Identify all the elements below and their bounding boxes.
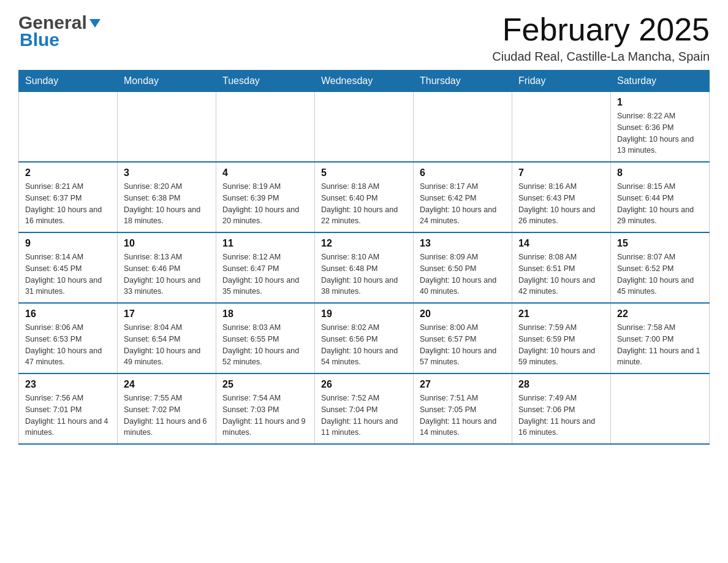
day-info: Sunrise: 8:03 AM Sunset: 6:55 PM Dayligh… [222, 322, 308, 368]
calendar-day-cell: 8Sunrise: 8:15 AM Sunset: 6:44 PM Daylig… [611, 162, 710, 232]
title-section: February 2025 Ciudad Real, Castille-La M… [492, 12, 710, 64]
calendar-table: SundayMondayTuesdayWednesdayThursdayFrid… [18, 70, 710, 445]
day-number: 26 [321, 379, 407, 390]
logo-triangle-icon [88, 17, 102, 30]
day-number: 28 [518, 379, 604, 390]
day-number: 11 [222, 238, 308, 249]
day-info: Sunrise: 8:20 AM Sunset: 6:38 PM Dayligh… [124, 181, 210, 227]
day-info: Sunrise: 7:56 AM Sunset: 7:01 PM Dayligh… [25, 393, 111, 439]
day-number: 5 [321, 167, 407, 178]
logo: General Blue [18, 12, 102, 50]
day-info: Sunrise: 8:10 AM Sunset: 6:48 PM Dayligh… [321, 251, 407, 297]
calendar-body: 1Sunrise: 8:22 AM Sunset: 6:36 PM Daylig… [19, 92, 710, 445]
calendar-header: SundayMondayTuesdayWednesdayThursdayFrid… [19, 71, 710, 92]
day-of-week-header: Wednesday [315, 71, 414, 92]
calendar-day-cell: 7Sunrise: 8:16 AM Sunset: 6:43 PM Daylig… [512, 162, 611, 232]
calendar-day-cell: 23Sunrise: 7:56 AM Sunset: 7:01 PM Dayli… [19, 373, 118, 444]
day-info: Sunrise: 7:49 AM Sunset: 7:06 PM Dayligh… [518, 393, 604, 439]
day-info: Sunrise: 8:22 AM Sunset: 6:36 PM Dayligh… [617, 110, 703, 156]
day-number: 18 [222, 308, 308, 320]
day-info: Sunrise: 8:17 AM Sunset: 6:42 PM Dayligh… [420, 181, 506, 227]
logo-blue-text: Blue [20, 29, 59, 50]
day-number: 3 [124, 167, 210, 178]
calendar-day-cell [216, 92, 315, 163]
day-number: 1 [617, 97, 703, 108]
day-number: 14 [518, 238, 604, 249]
day-info: Sunrise: 8:06 AM Sunset: 6:53 PM Dayligh… [25, 322, 111, 368]
day-number: 15 [617, 238, 703, 249]
day-info: Sunrise: 8:14 AM Sunset: 6:45 PM Dayligh… [25, 251, 111, 297]
calendar-day-cell: 19Sunrise: 8:02 AM Sunset: 6:56 PM Dayli… [315, 303, 414, 373]
calendar-day-cell: 17Sunrise: 8:04 AM Sunset: 6:54 PM Dayli… [118, 303, 216, 373]
day-info: Sunrise: 8:21 AM Sunset: 6:37 PM Dayligh… [25, 181, 111, 227]
day-info: Sunrise: 8:12 AM Sunset: 6:47 PM Dayligh… [222, 251, 308, 297]
calendar-day-cell [512, 92, 611, 163]
day-of-week-header: Sunday [19, 71, 118, 92]
calendar-day-cell [414, 92, 512, 163]
calendar-day-cell [118, 92, 216, 163]
day-number: 16 [25, 308, 111, 320]
calendar-day-cell [315, 92, 414, 163]
day-info: Sunrise: 8:04 AM Sunset: 6:54 PM Dayligh… [124, 322, 210, 368]
day-info: Sunrise: 8:19 AM Sunset: 6:39 PM Dayligh… [222, 181, 308, 227]
calendar-day-cell: 14Sunrise: 8:08 AM Sunset: 6:51 PM Dayli… [512, 232, 611, 303]
day-number: 10 [124, 238, 210, 249]
day-of-week-header: Monday [118, 71, 216, 92]
calendar-week-row: 1Sunrise: 8:22 AM Sunset: 6:36 PM Daylig… [19, 92, 710, 163]
calendar-day-cell: 28Sunrise: 7:49 AM Sunset: 7:06 PM Dayli… [512, 373, 611, 444]
day-info: Sunrise: 7:54 AM Sunset: 7:03 PM Dayligh… [222, 393, 308, 439]
day-number: 27 [420, 379, 506, 390]
calendar-day-cell: 20Sunrise: 8:00 AM Sunset: 6:57 PM Dayli… [414, 303, 512, 373]
day-number: 22 [617, 308, 703, 320]
location-subtitle: Ciudad Real, Castille-La Mancha, Spain [492, 50, 710, 64]
days-of-week-row: SundayMondayTuesdayWednesdayThursdayFrid… [19, 71, 710, 92]
day-number: 20 [420, 308, 506, 320]
calendar-day-cell: 2Sunrise: 8:21 AM Sunset: 6:37 PM Daylig… [19, 162, 118, 232]
calendar-day-cell: 10Sunrise: 8:13 AM Sunset: 6:46 PM Dayli… [118, 232, 216, 303]
calendar-day-cell [19, 92, 118, 163]
calendar-day-cell: 18Sunrise: 8:03 AM Sunset: 6:55 PM Dayli… [216, 303, 315, 373]
month-title: February 2025 [492, 12, 710, 47]
day-info: Sunrise: 7:59 AM Sunset: 6:59 PM Dayligh… [518, 322, 604, 368]
calendar-week-row: 23Sunrise: 7:56 AM Sunset: 7:01 PM Dayli… [19, 373, 710, 444]
day-info: Sunrise: 8:00 AM Sunset: 6:57 PM Dayligh… [420, 322, 506, 368]
day-number: 6 [420, 167, 506, 178]
calendar-day-cell: 3Sunrise: 8:20 AM Sunset: 6:38 PM Daylig… [118, 162, 216, 232]
calendar-day-cell: 1Sunrise: 8:22 AM Sunset: 6:36 PM Daylig… [611, 92, 710, 163]
calendar-day-cell [611, 373, 710, 444]
calendar-day-cell: 21Sunrise: 7:59 AM Sunset: 6:59 PM Dayli… [512, 303, 611, 373]
day-number: 12 [321, 238, 407, 249]
calendar-day-cell: 12Sunrise: 8:10 AM Sunset: 6:48 PM Dayli… [315, 232, 414, 303]
day-of-week-header: Friday [512, 71, 611, 92]
day-info: Sunrise: 8:15 AM Sunset: 6:44 PM Dayligh… [617, 181, 703, 227]
day-info: Sunrise: 7:52 AM Sunset: 7:04 PM Dayligh… [321, 393, 407, 439]
calendar-week-row: 16Sunrise: 8:06 AM Sunset: 6:53 PM Dayli… [19, 303, 710, 373]
calendar-day-cell: 24Sunrise: 7:55 AM Sunset: 7:02 PM Dayli… [118, 373, 216, 444]
day-number: 25 [222, 379, 308, 390]
day-number: 23 [25, 379, 111, 390]
calendar-day-cell: 11Sunrise: 8:12 AM Sunset: 6:47 PM Dayli… [216, 232, 315, 303]
calendar-day-cell: 6Sunrise: 8:17 AM Sunset: 6:42 PM Daylig… [414, 162, 512, 232]
calendar-day-cell: 9Sunrise: 8:14 AM Sunset: 6:45 PM Daylig… [19, 232, 118, 303]
day-of-week-header: Tuesday [216, 71, 315, 92]
svg-marker-0 [89, 19, 100, 28]
day-number: 21 [518, 308, 604, 320]
calendar-day-cell: 13Sunrise: 8:09 AM Sunset: 6:50 PM Dayli… [414, 232, 512, 303]
calendar-day-cell: 22Sunrise: 7:58 AM Sunset: 7:00 PM Dayli… [611, 303, 710, 373]
page-header: General Blue February 2025 Ciudad Real, … [18, 12, 710, 64]
day-of-week-header: Saturday [611, 71, 710, 92]
day-number: 8 [617, 167, 703, 178]
calendar-day-cell: 25Sunrise: 7:54 AM Sunset: 7:03 PM Dayli… [216, 373, 315, 444]
calendar-day-cell: 26Sunrise: 7:52 AM Sunset: 7:04 PM Dayli… [315, 373, 414, 444]
day-info: Sunrise: 8:02 AM Sunset: 6:56 PM Dayligh… [321, 322, 407, 368]
calendar-day-cell: 15Sunrise: 8:07 AM Sunset: 6:52 PM Dayli… [611, 232, 710, 303]
day-number: 4 [222, 167, 308, 178]
calendar-week-row: 2Sunrise: 8:21 AM Sunset: 6:37 PM Daylig… [19, 162, 710, 232]
day-info: Sunrise: 8:13 AM Sunset: 6:46 PM Dayligh… [124, 251, 210, 297]
day-number: 2 [25, 167, 111, 178]
calendar-week-row: 9Sunrise: 8:14 AM Sunset: 6:45 PM Daylig… [19, 232, 710, 303]
day-number: 17 [124, 308, 210, 320]
day-number: 19 [321, 308, 407, 320]
day-info: Sunrise: 8:09 AM Sunset: 6:50 PM Dayligh… [420, 251, 506, 297]
day-info: Sunrise: 7:55 AM Sunset: 7:02 PM Dayligh… [124, 393, 210, 439]
